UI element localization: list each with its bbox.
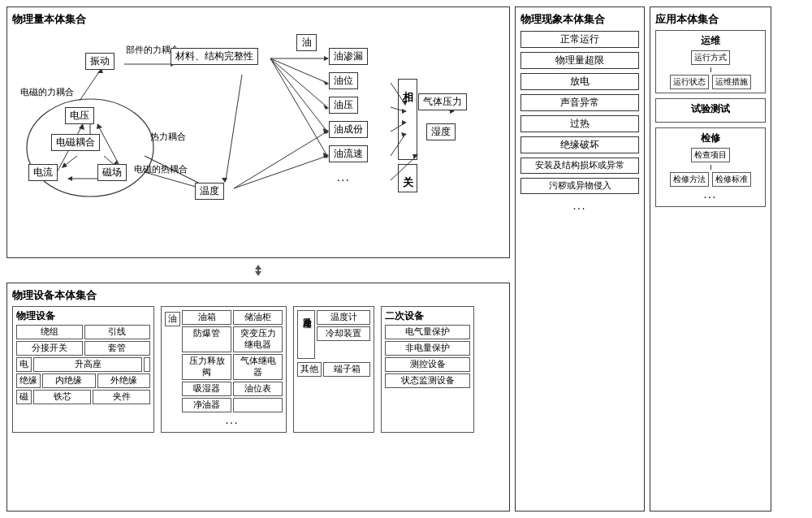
device-cell-yinxian: 引线 <box>84 325 151 339</box>
guan-box-1: 关 <box>398 164 417 192</box>
dianqi-prot: 电气量保护 <box>385 325 470 339</box>
temp-inner: 温度及冷却 温度计 冷却装置 <box>297 310 370 359</box>
svg-line-20 <box>270 58 327 83</box>
svg-marker-53 <box>255 271 261 276</box>
oil-leak-node: 油渗漏 <box>329 48 368 65</box>
phenom-sound: 声音异常 <box>520 94 639 111</box>
svg-marker-27 <box>323 153 329 158</box>
device-cell-fenjie: 分接开关 <box>16 341 83 356</box>
thermal-coupling-label: 热力耦合 <box>150 132 186 143</box>
dian-label: 电 <box>16 357 32 372</box>
tubian-cell: 突变压力继电器 <box>233 326 283 352</box>
lengque-cell: 冷却装置 <box>317 326 370 341</box>
youwei-cell: 油位表 <box>233 382 283 396</box>
ci-label: 磁 <box>16 390 32 404</box>
jiajian-cell: 夹件 <box>93 390 150 404</box>
application-title: 应用本体集合 <box>655 12 766 27</box>
magnetic-node: 磁场 <box>97 164 127 181</box>
svg-line-30 <box>234 156 327 188</box>
device-cell-taoguan: 套管 <box>84 341 151 356</box>
device-grid-1: 绕组 引线 分接开关 套管 <box>16 325 150 356</box>
phenom-normal: 正常运行 <box>520 31 639 48</box>
svg-line-3 <box>63 156 77 166</box>
phenom-pollution: 污秽或异物侵入 <box>520 178 639 194</box>
chuyou-cell: 储油柜 <box>233 310 283 325</box>
oil-dots: ... <box>182 414 283 427</box>
tree-line-2 <box>710 165 711 170</box>
yunwei-tree: 运行方式 运行状态 运维措施 <box>659 50 762 89</box>
secondary-items: 电气量保护 非电量保护 测控设备 状态监测设备 <box>385 325 470 388</box>
secondary-title: 二次设备 <box>385 310 470 322</box>
oil-level-node: 油位 <box>329 72 358 89</box>
physics-device-title: 物理设备本体集合 <box>12 288 504 303</box>
em-thermal-coupling-label: 电磁的热耦合 <box>134 164 188 175</box>
gas-pressure-node: 气体压力 <box>418 93 467 110</box>
yunwei-cuoshi: 运维措施 <box>712 75 751 89</box>
physics-quantity-title: 物理量本体集合 <box>12 12 504 27</box>
phenomenon-items: 正常运行 物理量超限 放电 声音异常 过热 绝缘破坏 安装及结构损坏或异常 污秽… <box>520 31 639 214</box>
vert-arrow-svg <box>250 263 266 278</box>
wendubiao-cell: 温度计 <box>317 310 370 325</box>
temperature-node: 温度 <box>195 183 224 200</box>
yunxing-fangshi: 运行方式 <box>691 50 730 65</box>
oil-label: 油 <box>296 34 317 51</box>
svg-marker-10 <box>97 123 102 129</box>
youx-cell: 油箱 <box>182 310 231 325</box>
phenom-overheat: 过热 <box>520 115 639 132</box>
svg-line-26 <box>270 58 327 156</box>
jinyou-cell: 净油器 <box>182 398 231 412</box>
tree-line-1 <box>710 67 711 72</box>
svg-line-9 <box>98 126 122 170</box>
oil-equipment-section: 油 油箱 储油柜 防爆管 突变压力继电器 压力释放阀 气体继电器 吸湿器 油位表 <box>161 306 287 433</box>
humidity-node: 湿度 <box>426 123 456 140</box>
other-section: 其他 端子箱 <box>297 362 370 377</box>
jue-label: 绝缘 <box>16 373 41 388</box>
physics-quantity-box: 物理量本体集合 <box>6 6 510 258</box>
jianxiu-biaozhun: 检修标准 <box>712 172 751 187</box>
physical-device-section: 物理设备 绕组 引线 分接开关 套管 电 <box>12 306 154 433</box>
svg-marker-21 <box>323 80 329 85</box>
duanzi-cell: 端子箱 <box>323 362 370 377</box>
oil-grid: 油箱 储油柜 防爆管 突变压力继电器 压力释放阀 气体继电器 吸湿器 油位表 净… <box>182 310 283 412</box>
oil-flow-node: 油流速 <box>329 145 368 162</box>
qiti-cell: 气体继电器 <box>233 354 283 380</box>
secondary-device-section: 二次设备 电气量保护 非电量保护 测控设备 状态监测设备 <box>381 306 474 433</box>
middle-col: 物理现象本体集合 正常运行 物理量超限 放电 声音异常 过热 绝缘破坏 安装及结… <box>515 6 645 512</box>
device-inner: 物理设备 绕组 引线 分接开关 套管 电 <box>12 306 504 433</box>
phenomenon-box: 物理现象本体集合 正常运行 物理量超限 放电 声音异常 过热 绝缘破坏 安装及结… <box>515 6 645 512</box>
xixi-cell: 吸湿器 <box>182 382 231 396</box>
yunwei-section: 运维 运行方式 运行状态 运维措施 <box>655 30 766 93</box>
pq-dots: ... <box>337 171 351 184</box>
application-box: 应用本体集合 运维 运行方式 运行状态 运维措施 <box>650 6 771 512</box>
svg-line-22 <box>270 58 327 107</box>
yali-cell: 压力释放阀 <box>182 354 231 380</box>
wai-jue-cell: 外绝缘 <box>97 373 151 388</box>
svg-marker-23 <box>323 105 329 110</box>
voltage-node: 电压 <box>65 107 94 124</box>
physical-device-label: 物理设备 <box>16 310 150 322</box>
jianxiu-dots: ... <box>659 188 762 201</box>
jiancha-xiangmu: 检查项目 <box>691 148 730 162</box>
oil-pressure-node: 油压 <box>329 97 358 114</box>
app-inner: 运维 运行方式 运行状态 运维措施 试验测试 <box>655 30 766 207</box>
jianxiu-bottom-row: 检修方法 检修标准 <box>670 172 751 187</box>
nei-jue-cell: 内绝缘 <box>42 373 96 388</box>
device-row-jue: 绝缘 内绝缘 外绝缘 <box>16 373 150 388</box>
phenomenon-title: 物理现象本体集合 <box>520 12 639 27</box>
oil-section-inner: 油 油箱 储油柜 防爆管 突变压力继电器 压力释放阀 气体继电器 吸湿器 油位表 <box>165 310 283 429</box>
fangbao-cell: 防爆管 <box>182 326 231 352</box>
tiexin-cell: 铁芯 <box>33 390 91 404</box>
vibration-node: 振动 <box>85 53 114 70</box>
test-title: 试验测试 <box>659 102 762 116</box>
device-left: 绕组 引线 分接开关 套管 电 升高座 绝缘 <box>16 325 150 404</box>
phenom-overlimit: 物理量超限 <box>520 52 639 69</box>
svg-marker-8 <box>79 123 84 130</box>
phenom-install: 安装及结构损坏或异常 <box>520 158 639 174</box>
device-cell-raozhu: 绕组 <box>16 325 83 339</box>
svg-marker-31 <box>323 153 329 158</box>
svg-line-16 <box>80 71 100 101</box>
yunwei-bottom-row: 运行状态 运维措施 <box>670 75 751 89</box>
feidianqi-prot: 非电量保护 <box>385 341 470 356</box>
phenom-discharge: 放电 <box>520 73 639 90</box>
svg-marker-25 <box>323 129 329 134</box>
